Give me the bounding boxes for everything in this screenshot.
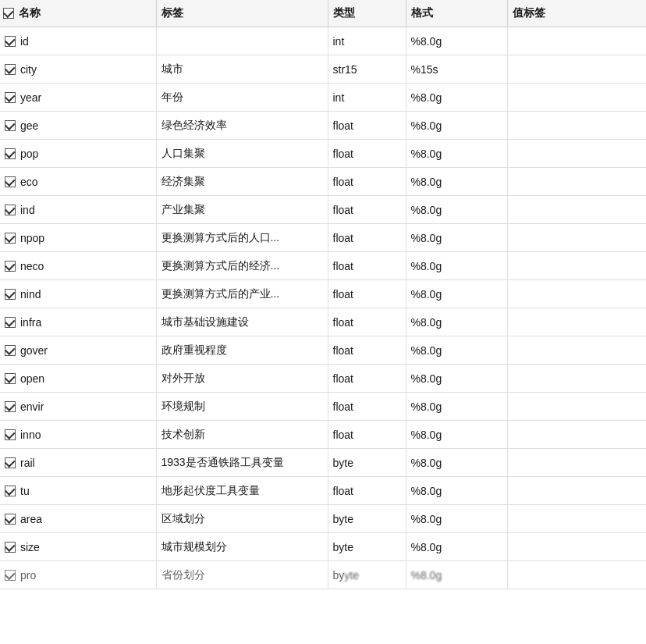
row-checkbox[interactable]: [5, 429, 16, 440]
cell-tag: 城市基础设施建设: [156, 308, 328, 336]
table-row[interactable]: rail1933是否通铁路工具变量byte%8.0g: [0, 449, 646, 477]
table-row[interactable]: idint%8.0g: [0, 27, 646, 55]
row-checkbox[interactable]: [5, 289, 16, 300]
cell-value-label: [507, 112, 646, 140]
cell-type: byte: [328, 533, 406, 561]
cell-tag: 绿色经济效率: [156, 112, 328, 140]
cell-format: %8.0g: [406, 561, 507, 589]
cell-format: %8.0g: [406, 421, 507, 449]
cell-name: pop: [0, 140, 156, 168]
cell-format: %8.0g: [406, 505, 507, 533]
table-row[interactable]: neco更换测算方式后的经济...float%8.0g: [0, 252, 646, 280]
variable-name: open: [20, 372, 44, 385]
table-row[interactable]: pro省份划分byyte%8.0g: [0, 561, 646, 589]
cell-value-label: [507, 196, 646, 224]
row-checkbox[interactable]: [5, 148, 16, 159]
cell-name: neco: [0, 252, 156, 280]
cell-name: gover: [0, 336, 156, 365]
cell-type: str15: [328, 55, 406, 84]
cell-name: tu: [0, 477, 156, 505]
table-row[interactable]: size城市规模划分byte%8.0g: [0, 533, 646, 561]
cell-type: float: [328, 196, 406, 224]
table-row[interactable]: inno技术创新float%8.0g: [0, 421, 646, 449]
cell-value-label: [507, 55, 646, 84]
cell-value-label: [507, 421, 646, 449]
variable-name: pro: [20, 569, 36, 582]
cell-value-label: [507, 168, 646, 196]
cell-tag: 1933是否通铁路工具变量: [156, 449, 328, 477]
variable-name: tu: [20, 485, 30, 497]
row-checkbox[interactable]: [5, 486, 16, 496]
select-all-checkbox[interactable]: [3, 8, 14, 19]
table-row[interactable]: pop人口集聚float%8.0g: [0, 140, 646, 168]
row-checkbox[interactable]: [5, 36, 16, 47]
cell-tag: 年份: [156, 84, 328, 112]
row-checkbox[interactable]: [5, 64, 16, 75]
cell-format: %8.0g: [406, 336, 507, 365]
cell-format: %8.0g: [406, 140, 507, 168]
cell-name: eco: [0, 168, 156, 196]
row-checkbox[interactable]: [5, 261, 16, 272]
table-row[interactable]: gee绿色经济效率float%8.0g: [0, 112, 646, 140]
table-row[interactable]: gover政府重视程度float%8.0g: [0, 336, 646, 365]
cell-value-label: [507, 280, 646, 308]
row-checkbox[interactable]: [5, 176, 16, 187]
row-checkbox[interactable]: [5, 92, 16, 103]
cell-name: envir: [0, 393, 156, 421]
cell-type: float: [328, 224, 406, 252]
cell-value-label: [507, 140, 646, 168]
table-row[interactable]: year年份int%8.0g: [0, 84, 646, 112]
table-row[interactable]: infra城市基础设施建设float%8.0g: [0, 308, 646, 336]
row-checkbox[interactable]: [5, 401, 16, 412]
cell-format: %8.0g: [406, 533, 507, 561]
cell-name: npop: [0, 224, 156, 252]
table-row[interactable]: ind产业集聚float%8.0g: [0, 196, 646, 224]
row-checkbox[interactable]: [5, 345, 16, 356]
row-checkbox[interactable]: [5, 205, 16, 215]
table-row[interactable]: area区域划分byte%8.0g: [0, 505, 646, 533]
variable-name: envir: [20, 400, 44, 413]
cell-value-label: [507, 84, 646, 112]
row-checkbox[interactable]: [5, 120, 16, 131]
cell-value-label: [507, 224, 646, 252]
table-row[interactable]: open对外开放float%8.0g: [0, 365, 646, 393]
table-row[interactable]: eco经济集聚float%8.0g: [0, 168, 646, 196]
variable-name: nind: [20, 288, 41, 301]
table-row[interactable]: npop更换测算方式后的人口...float%8.0g: [0, 224, 646, 252]
table-row[interactable]: envir环境规制float%8.0g: [0, 393, 646, 421]
cell-value-label: [507, 365, 646, 393]
cell-type: float: [328, 252, 406, 280]
variable-name: year: [20, 91, 41, 104]
cell-name: pro: [0, 561, 156, 589]
cell-tag: 对外开放: [156, 365, 328, 393]
row-checkbox[interactable]: [5, 233, 16, 244]
cell-name: city: [0, 55, 156, 84]
cell-name: open: [0, 365, 156, 393]
cell-value-label: [507, 336, 646, 365]
cell-tag: [156, 27, 328, 55]
variable-name: area: [20, 513, 42, 525]
cell-tag: 产业集聚: [156, 196, 328, 224]
row-checkbox[interactable]: [5, 542, 16, 553]
cell-name: rail: [0, 449, 156, 477]
row-checkbox[interactable]: [5, 317, 16, 328]
variable-name: infra: [20, 316, 41, 329]
cell-type: int: [328, 84, 406, 112]
row-checkbox[interactable]: [5, 514, 16, 525]
row-checkbox[interactable]: [5, 570, 16, 581]
row-checkbox[interactable]: [5, 457, 16, 468]
cell-name: nind: [0, 280, 156, 308]
row-checkbox[interactable]: [5, 373, 16, 384]
table-row[interactable]: city城市str15%15s: [0, 55, 646, 84]
table-row[interactable]: nind更换测算方式后的产业...float%8.0g: [0, 280, 646, 308]
cell-type: float: [328, 112, 406, 140]
variable-name: city: [20, 63, 37, 76]
cell-format: %8.0g: [406, 196, 507, 224]
variables-table: 名称 标签 类型 格式 值标签 idint%8.0gcity城市str15%15…: [0, 0, 646, 589]
cell-type: float: [328, 393, 406, 421]
table-row[interactable]: tu地形起伏度工具变量float%8.0g: [0, 477, 646, 505]
variable-name: gee: [20, 119, 38, 132]
cell-type: byte: [328, 449, 406, 477]
cell-name: area: [0, 505, 156, 533]
cell-value-label: [507, 505, 646, 533]
